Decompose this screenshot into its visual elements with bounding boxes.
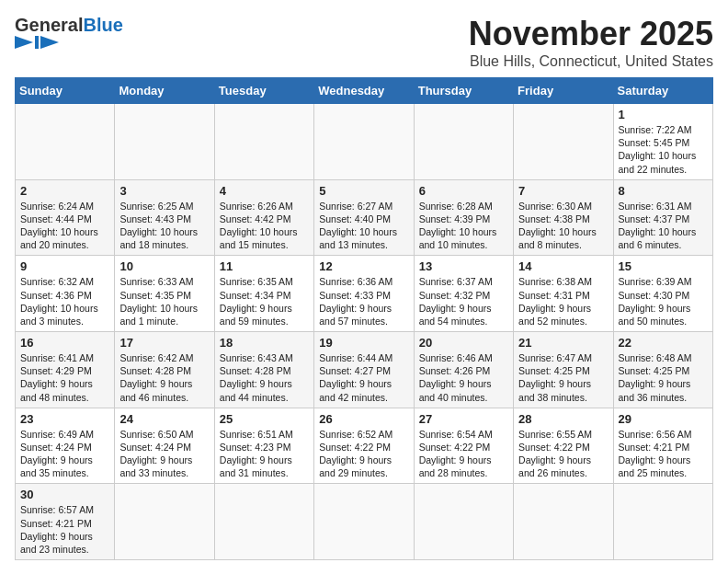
day-info: Sunset: 4:39 PM xyxy=(419,213,508,225)
calendar-cell: 15Sunrise: 6:39 AMSunset: 4:30 PMDayligh… xyxy=(613,256,712,332)
day-info: Daylight: 10 hours and 8 minutes. xyxy=(518,225,608,251)
day-info: Sunrise: 6:31 AM xyxy=(619,200,708,213)
day-info: Sunrise: 6:46 AM xyxy=(419,351,508,364)
day-info: Sunrise: 6:49 AM xyxy=(20,428,109,441)
calendar-week-row: 16Sunrise: 6:41 AMSunset: 4:29 PMDayligh… xyxy=(16,332,713,408)
day-info: Daylight: 9 hours and 50 minutes. xyxy=(619,302,708,327)
day-info: Sunrise: 6:50 AM xyxy=(119,428,209,441)
day-info: Daylight: 9 hours and 44 minutes. xyxy=(220,377,309,403)
calendar-cell xyxy=(514,104,613,180)
calendar-cell: 14Sunrise: 6:38 AMSunset: 4:31 PMDayligh… xyxy=(514,256,613,332)
calendar-cell: 26Sunrise: 6:52 AMSunset: 4:22 PMDayligh… xyxy=(314,408,414,484)
calendar-cell: 13Sunrise: 6:37 AMSunset: 4:32 PMDayligh… xyxy=(414,256,513,332)
calendar-cell xyxy=(414,104,513,180)
day-info: Sunrise: 6:44 AM xyxy=(319,351,408,364)
day-info: Sunset: 4:22 PM xyxy=(518,441,608,454)
day-info: Sunset: 4:31 PM xyxy=(518,289,608,302)
day-number: 13 xyxy=(419,259,508,273)
day-info: Sunrise: 6:28 AM xyxy=(419,200,508,213)
location-subtitle: Blue Hills, Connecticut, United States xyxy=(469,53,713,70)
calendar-cell: 18Sunrise: 6:43 AMSunset: 4:28 PMDayligh… xyxy=(214,332,313,408)
header-tuesday: Tuesday xyxy=(214,78,313,104)
header-saturday: Saturday xyxy=(613,78,712,104)
day-info: Sunrise: 6:24 AM xyxy=(20,200,109,213)
day-info: Sunset: 4:34 PM xyxy=(220,289,309,302)
day-number: 7 xyxy=(518,184,608,198)
logo: General Blue xyxy=(15,15,123,49)
day-info: Sunset: 4:36 PM xyxy=(20,289,109,302)
day-number: 25 xyxy=(220,412,309,426)
day-info: Daylight: 10 hours and 6 minutes. xyxy=(619,225,708,251)
day-info: Daylight: 9 hours and 57 minutes. xyxy=(319,302,408,327)
day-info: Sunset: 4:25 PM xyxy=(518,364,608,377)
day-number: 18 xyxy=(220,336,309,350)
day-number: 24 xyxy=(119,412,209,426)
day-info: Sunset: 4:25 PM xyxy=(619,364,708,377)
day-info: Daylight: 9 hours and 23 minutes. xyxy=(20,530,109,556)
title-block: November 2025 Blue Hills, Connecticut, U… xyxy=(469,15,713,70)
calendar-cell: 21Sunrise: 6:47 AMSunset: 4:25 PMDayligh… xyxy=(514,332,613,408)
day-info: Sunset: 4:24 PM xyxy=(119,441,209,454)
calendar-cell: 30Sunrise: 6:57 AMSunset: 4:21 PMDayligh… xyxy=(16,484,115,560)
calendar-cell: 17Sunrise: 6:42 AMSunset: 4:28 PMDayligh… xyxy=(115,332,214,408)
calendar-cell: 5Sunrise: 6:27 AMSunset: 4:40 PMDaylight… xyxy=(314,179,414,256)
day-number: 23 xyxy=(20,412,109,426)
day-info: Daylight: 9 hours and 52 minutes. xyxy=(518,302,608,327)
day-number: 20 xyxy=(419,336,508,350)
day-info: Sunset: 4:42 PM xyxy=(220,213,309,225)
day-number: 12 xyxy=(319,259,408,273)
day-info: Daylight: 9 hours and 25 minutes. xyxy=(619,454,708,479)
calendar-cell: 27Sunrise: 6:54 AMSunset: 4:22 PMDayligh… xyxy=(414,408,513,484)
calendar-cell: 29Sunrise: 6:56 AMSunset: 4:21 PMDayligh… xyxy=(613,408,712,484)
calendar-cell xyxy=(613,484,712,560)
day-info: Sunrise: 6:42 AM xyxy=(119,351,209,364)
day-info: Daylight: 9 hours and 28 minutes. xyxy=(419,454,508,479)
svg-marker-2 xyxy=(40,36,59,49)
day-number: 29 xyxy=(619,412,708,426)
day-info: Sunset: 4:40 PM xyxy=(319,213,408,225)
day-info: Daylight: 9 hours and 42 minutes. xyxy=(319,377,408,403)
day-number: 27 xyxy=(419,412,508,426)
calendar-cell: 9Sunrise: 6:32 AMSunset: 4:36 PMDaylight… xyxy=(16,256,115,332)
day-info: Daylight: 10 hours and 13 minutes. xyxy=(319,225,408,251)
day-info: Daylight: 9 hours and 38 minutes. xyxy=(518,377,608,403)
day-number: 4 xyxy=(220,184,309,198)
day-number: 10 xyxy=(119,259,209,273)
calendar-cell: 1Sunrise: 7:22 AMSunset: 5:45 PMDaylight… xyxy=(613,104,712,180)
day-info: Sunrise: 6:48 AM xyxy=(619,351,708,364)
calendar-cell xyxy=(214,484,313,560)
day-info: Sunrise: 6:26 AM xyxy=(220,200,309,213)
day-info: Daylight: 10 hours and 10 minutes. xyxy=(419,225,508,251)
calendar-cell xyxy=(115,484,214,560)
day-info: Sunset: 4:24 PM xyxy=(20,441,109,454)
day-number: 22 xyxy=(619,336,708,350)
day-info: Sunset: 4:27 PM xyxy=(319,364,408,377)
day-number: 9 xyxy=(20,259,109,273)
calendar-cell: 28Sunrise: 6:55 AMSunset: 4:22 PMDayligh… xyxy=(514,408,613,484)
day-info: Daylight: 9 hours and 33 minutes. xyxy=(119,454,209,479)
day-info: Sunset: 4:43 PM xyxy=(119,213,209,225)
day-info: Daylight: 9 hours and 59 minutes. xyxy=(220,302,309,327)
calendar-cell xyxy=(16,104,115,180)
calendar-week-row: 2Sunrise: 6:24 AMSunset: 4:44 PMDaylight… xyxy=(16,179,713,256)
day-info: Sunrise: 6:52 AM xyxy=(319,428,408,441)
day-info: Sunrise: 6:33 AM xyxy=(119,275,209,288)
day-info: Sunrise: 6:51 AM xyxy=(220,428,309,441)
day-info: Sunrise: 6:30 AM xyxy=(518,200,608,213)
svg-rect-1 xyxy=(35,36,39,49)
day-number: 16 xyxy=(20,336,109,350)
header-wednesday: Wednesday xyxy=(314,78,414,104)
calendar-cell xyxy=(214,104,313,180)
day-info: Sunset: 4:28 PM xyxy=(220,364,309,377)
day-info: Sunset: 4:22 PM xyxy=(419,441,508,454)
day-number: 17 xyxy=(119,336,209,350)
day-info: Sunset: 4:44 PM xyxy=(20,213,109,225)
day-number: 3 xyxy=(119,184,209,198)
logo-general: General xyxy=(15,15,83,36)
calendar-cell xyxy=(514,484,613,560)
day-info: Sunrise: 6:43 AM xyxy=(220,351,309,364)
day-info: Sunset: 4:22 PM xyxy=(319,441,408,454)
day-number: 21 xyxy=(518,336,608,350)
day-number: 6 xyxy=(419,184,508,198)
day-info: Sunrise: 6:56 AM xyxy=(619,428,708,441)
